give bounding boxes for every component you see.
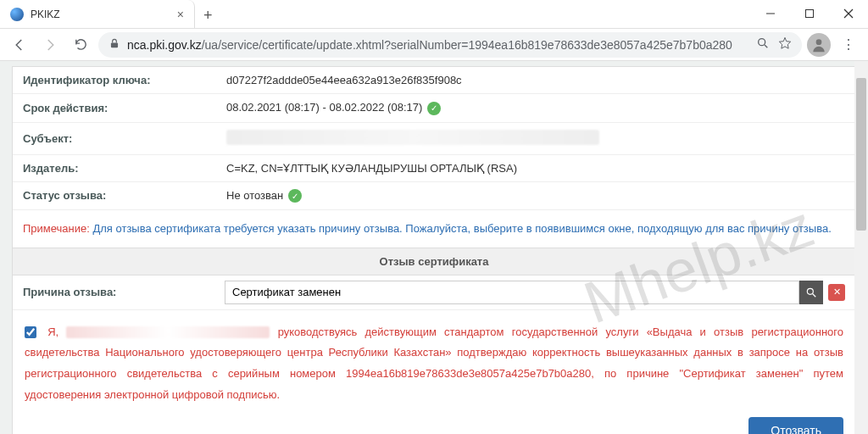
svg-line-6 <box>765 45 767 47</box>
key-id-value: d07227f2addde05e44eea632a913e26f835f908c <box>216 67 855 94</box>
svg-point-8 <box>807 288 813 294</box>
search-reason-button[interactable] <box>799 281 823 304</box>
tab-title: PKIKZ <box>31 8 170 20</box>
menu-button[interactable]: ⋮ <box>836 36 861 53</box>
address-bar[interactable]: nca.pki.gov.kz/ua/service/certificate/up… <box>98 32 802 58</box>
scrollbar[interactable] <box>854 61 868 434</box>
confirmation-text: Я, руководствуясь действующим стандартом… <box>13 310 855 415</box>
revoke-section-title: Отзыв сертификата <box>13 248 855 275</box>
revoke-status-value: Не отозван✓ <box>216 181 855 210</box>
validity-label: Срок действия: <box>13 94 216 123</box>
favicon-icon <box>10 8 24 21</box>
profile-avatar[interactable] <box>807 33 831 57</box>
issuer-value: C=KZ, CN=ҰЛТТЫҚ КУӘЛАНДЫРУШЫ ОРТАЛЫҚ (RS… <box>216 154 855 181</box>
check-icon: ✓ <box>427 102 441 115</box>
revoke-button[interactable]: Отозвать <box>748 417 843 434</box>
reload-button[interactable] <box>68 32 93 58</box>
window-titlebar: PKIKZ × + <box>0 0 868 29</box>
lock-icon <box>108 37 120 52</box>
close-tab-icon[interactable]: × <box>177 8 184 21</box>
back-button[interactable] <box>7 32 32 58</box>
clear-reason-button[interactable]: ✕ <box>828 284 845 301</box>
forward-button[interactable] <box>37 32 63 58</box>
minimize-button[interactable] <box>751 0 790 27</box>
svg-rect-1 <box>806 10 814 18</box>
confirm-checkbox[interactable] <box>25 326 36 338</box>
check-icon: ✓ <box>288 189 302 203</box>
page-content: Mhelp.kz Идентификатор ключа:d07227f2add… <box>0 61 868 434</box>
window-controls <box>751 0 868 27</box>
issuer-label: Издатель: <box>13 154 216 181</box>
svg-point-5 <box>759 39 765 46</box>
redacted-name <box>66 326 270 338</box>
svg-point-7 <box>816 39 822 45</box>
browser-tab[interactable]: PKIKZ × <box>0 0 195 28</box>
redacted-text <box>226 130 599 145</box>
star-icon[interactable] <box>778 36 792 53</box>
key-id-label: Идентификатор ключа: <box>13 67 216 94</box>
maximize-button[interactable] <box>790 0 829 27</box>
reason-row: Причина отзыва: ✕ <box>13 275 855 310</box>
new-tab-button[interactable]: + <box>195 0 221 31</box>
url-text: nca.pki.gov.kz/ua/service/certificate/up… <box>127 38 749 52</box>
reason-label: Причина отзыва: <box>23 286 216 298</box>
close-window-button[interactable] <box>829 0 868 27</box>
svg-rect-4 <box>111 42 118 47</box>
certificate-panel: Идентификатор ключа:d07227f2addde05e44ee… <box>12 66 856 434</box>
svg-line-9 <box>813 293 816 297</box>
zoom-icon[interactable] <box>756 36 770 53</box>
revoke-status-label: Статус отзыва: <box>13 181 216 210</box>
subject-value <box>216 122 855 154</box>
browser-toolbar: nca.pki.gov.kz/ua/service/certificate/up… <box>0 29 868 61</box>
note-text: Примечание: Для отзыва сертификата требу… <box>13 210 855 248</box>
reason-input[interactable] <box>225 281 799 304</box>
scrollbar-thumb[interactable] <box>856 78 866 231</box>
subject-label: Субъект: <box>13 122 216 154</box>
validity-value: 08.02.2021 (08:17) - 08.02.2022 (08:17)✓ <box>216 94 855 123</box>
